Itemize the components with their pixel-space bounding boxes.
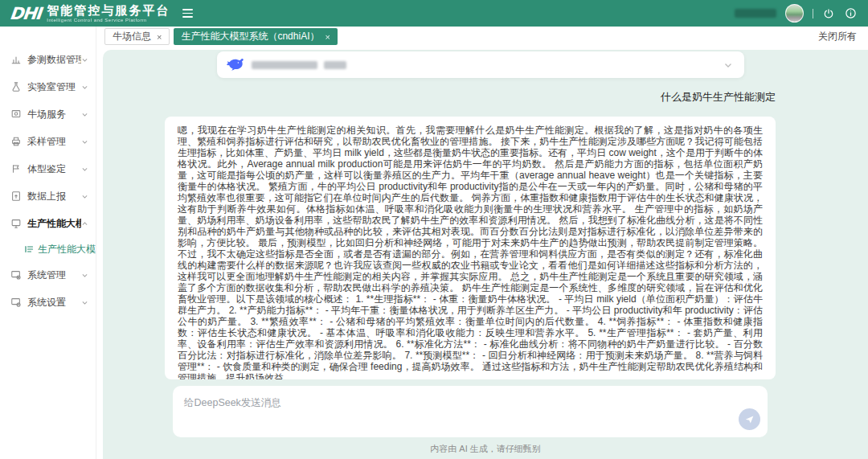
flag-icon <box>10 163 22 174</box>
avatar[interactable] <box>785 4 804 23</box>
chevron-down-icon <box>81 56 88 64</box>
info-icon[interactable] <box>844 7 857 20</box>
list-icon <box>24 244 34 254</box>
header-divider <box>813 9 813 18</box>
printer-icon <box>10 136 22 147</box>
close-tab-icon[interactable]: × <box>157 32 162 42</box>
sidebar-item-laboratory[interactable]: 实验室管理 <box>0 73 96 100</box>
chevron-down-icon <box>81 166 88 173</box>
upload-document-icon <box>10 191 22 202</box>
chevron-down-icon <box>81 84 88 91</box>
gear-monitor-icon <box>10 297 22 308</box>
sidebar-subitem-performance-model[interactable]: 生产性能大模型系... <box>0 237 96 261</box>
chevron-down-icon <box>81 299 88 306</box>
model-name-blurred <box>252 61 317 69</box>
tab-farm-info[interactable]: 牛场信息 × <box>104 28 170 45</box>
sidebar-item-system-management[interactable]: 系统管理 <box>0 261 96 289</box>
close-all-tabs-button[interactable]: 关闭所有 <box>818 30 857 43</box>
chat-panel: 什么是奶牛生产性能测定 嗯，我现在在学习奶牛生产性能测定的相关知识。首先，我需要… <box>103 50 868 459</box>
username-blurred <box>735 9 776 18</box>
sidebar-item-test-data[interactable]: 参测数据管理 <box>0 46 96 73</box>
tab-bar: 牛场信息 × 生产性能大模型系统（cndhiAI） × 关闭所有 <box>96 27 868 47</box>
brand-logo: DHI <box>9 4 42 23</box>
user-message: 什么是奶牛生产性能测定 <box>103 90 868 105</box>
ai-disclaimer: 内容由 AI 生成，请仔细甄别 <box>103 443 868 455</box>
sidebar-item-system-settings[interactable]: 系统设置 <box>0 289 96 316</box>
sidebar-item-data-report[interactable]: 数据上报 <box>0 182 96 210</box>
collapse-menu-icon[interactable] <box>182 9 193 18</box>
bar-chart-icon <box>10 54 22 65</box>
send-button[interactable] <box>739 408 760 430</box>
message-input[interactable] <box>173 386 768 437</box>
app-subtitle: Intelligent Control and Service Platform <box>47 18 170 23</box>
app-title-block: 智能管控与服务平台 Intelligent Control and Servic… <box>47 4 170 23</box>
logout-power-icon[interactable] <box>822 7 835 20</box>
tab-performance-model-system[interactable]: 生产性能大模型系统（cndhiAI） × <box>174 28 337 45</box>
monitor-icon <box>10 109 22 120</box>
monitor-gear-icon <box>10 269 22 281</box>
display-icon <box>10 218 22 229</box>
app-window: DHI 智能管控与服务平台 Intelligent Control and Se… <box>0 0 868 459</box>
close-tab-icon[interactable]: × <box>325 32 330 42</box>
flask-icon <box>10 81 22 92</box>
chevron-down-icon <box>81 138 88 145</box>
sidebar: 参测数据管理 实验室管理 牛场服务 采样管理 <box>0 27 96 459</box>
app-header: DHI 智能管控与服务平台 Intelligent Control and Se… <box>0 0 868 27</box>
sidebar-item-body-appraisal[interactable]: 体型鉴定 <box>0 155 96 182</box>
sidebar-item-performance-model[interactable]: 生产性能大模型系.. <box>0 210 96 237</box>
app-title: 智能管控与服务平台 <box>47 4 170 16</box>
message-input-card <box>173 386 768 437</box>
chevron-down-icon <box>81 193 88 200</box>
assistant-message: 嗯，我现在在学习奶牛生产性能测定的相关知识。首先，我需要理解什么是奶牛生产性能测… <box>165 117 776 379</box>
model-selector[interactable] <box>217 51 744 78</box>
sidebar-item-sampling[interactable]: 采样管理 <box>0 128 96 155</box>
chevron-down-icon[interactable] <box>723 60 733 70</box>
chevron-up-icon <box>81 220 88 227</box>
sidebar-item-farm-service[interactable]: 牛场服务 <box>0 100 96 128</box>
chevron-down-icon <box>81 111 88 118</box>
model-tag-blurred <box>324 61 346 69</box>
deepseek-whale-icon <box>225 55 244 75</box>
chevron-down-icon <box>81 272 88 279</box>
